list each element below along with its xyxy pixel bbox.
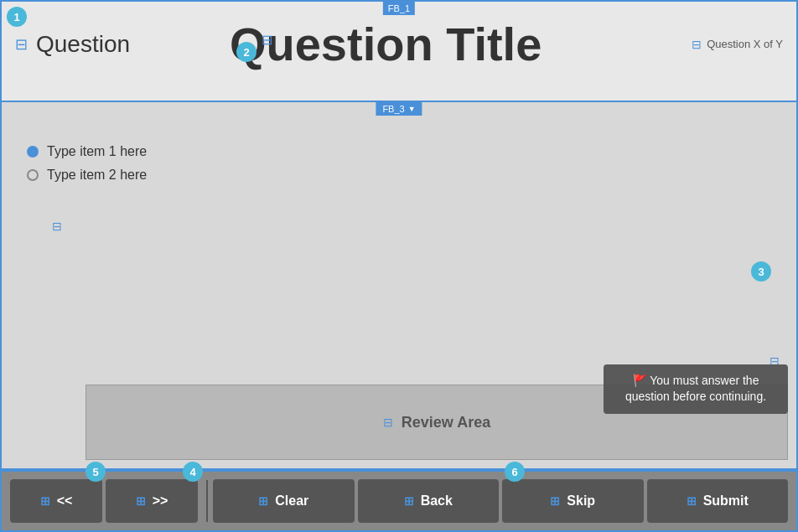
prev-button[interactable]: ⊞ <<	[10, 479, 102, 523]
badge-3: 3	[751, 261, 771, 281]
review-label: Review Area	[402, 414, 490, 431]
badge-5: 5	[86, 462, 106, 482]
radio-label-2: Type item 2 here	[47, 168, 147, 183]
next-icon: ⊞	[136, 494, 146, 508]
tooltip: 🚩 You must answer the question before co…	[604, 364, 788, 414]
footer-section: 5 4 6 ⊞ << ⊞ >> ⊞ Clear ⊞ Back ⊞	[2, 470, 796, 530]
next-button[interactable]: ⊞ >>	[106, 479, 198, 523]
question-icon: ⊟	[15, 35, 28, 54]
next-label: >>	[153, 493, 168, 509]
question-title: Question Title	[80, 17, 692, 71]
footer-divider	[206, 480, 208, 522]
tooltip-text: You must answer the question before cont…	[625, 374, 766, 404]
badge-1: 1	[7, 7, 27, 27]
clear-button[interactable]: ⊞ Clear	[213, 479, 355, 523]
clear-icon: ⊞	[258, 494, 268, 508]
radio-circle-2[interactable]	[27, 169, 39, 181]
radio-label-1: Type item 1 here	[47, 144, 147, 159]
fb1-badge: FB_1	[383, 2, 415, 15]
radio-group: Type item 1 here Type item 2 here	[27, 144, 796, 183]
submit-icon: ⊞	[687, 494, 697, 508]
back-button[interactable]: ⊞ Back	[358, 479, 500, 523]
skip-icon: ⊞	[550, 494, 560, 508]
badge-6: 6	[505, 462, 525, 482]
badge-4: 4	[183, 462, 203, 482]
prev-label: <<	[57, 493, 73, 509]
radio-item-2[interactable]: Type item 2 here	[27, 168, 796, 183]
header-section: 1 FB_1 ⊟ Question 2 Question Title ⊟ Que…	[2, 2, 796, 102]
answer-icon: ⊟	[52, 220, 62, 233]
footer-right: ⊞ Clear ⊞ Back ⊞ Skip ⊞ Submit	[213, 479, 788, 523]
clear-label: Clear	[275, 493, 308, 509]
back-label: Back	[421, 493, 453, 509]
prev-icon: ⊞	[40, 494, 50, 508]
radio-item-1[interactable]: Type item 1 here	[27, 144, 796, 159]
badge-2: 2	[236, 42, 256, 62]
back-icon: ⊞	[404, 494, 414, 508]
review-icon: ⊟	[383, 416, 393, 429]
header-title-row: ⊟ Question 2 Question Title ⊟ Question X…	[15, 8, 783, 71]
skip-button[interactable]: ⊞ Skip	[502, 479, 644, 523]
radio-circle-1[interactable]	[27, 146, 39, 158]
content-section: FB_3 3 ⊟ Type item 1 here Type item 2 he…	[2, 102, 796, 470]
main-wrapper: 1 FB_1 ⊟ Question 2 Question Title ⊟ Que…	[0, 0, 798, 532]
skip-label: Skip	[567, 493, 595, 509]
counter-icon: ⊟	[692, 38, 702, 51]
submit-label: Submit	[703, 493, 749, 509]
resize-handle: ⊟	[262, 32, 272, 48]
counter-text: Question X of Y	[707, 38, 783, 50]
question-counter: ⊟ Question X of Y	[692, 38, 783, 51]
fb3-badge: FB_3	[376, 102, 422, 116]
footer-left: ⊞ << ⊞ >>	[10, 479, 198, 523]
tooltip-icon: 🚩	[633, 374, 647, 387]
submit-button[interactable]: ⊞ Submit	[647, 479, 789, 523]
